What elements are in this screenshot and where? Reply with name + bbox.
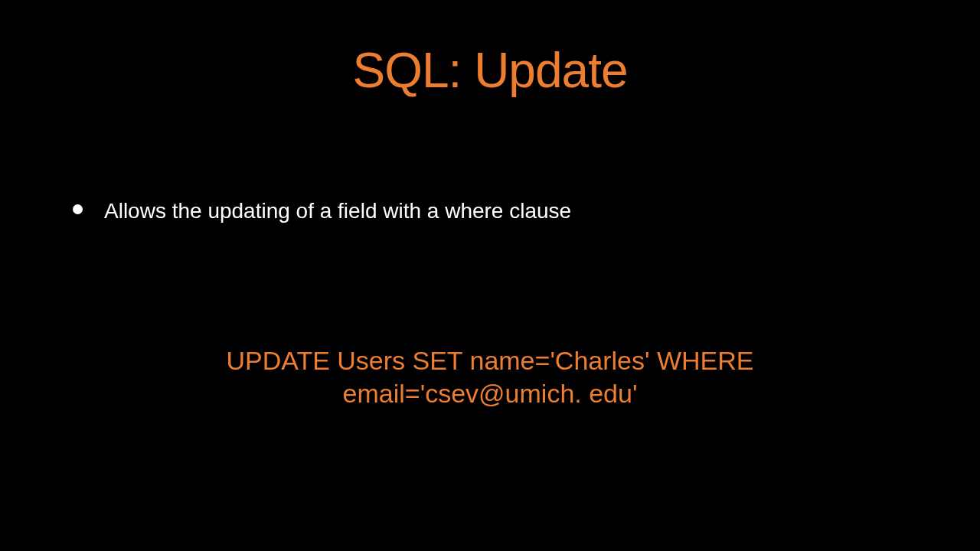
- slide-title: SQL: Update: [0, 0, 980, 99]
- bullet-item: Allows the updating of a field with a wh…: [73, 199, 571, 223]
- code-line-1: UPDATE Users SET name='Charles' WHERE: [0, 344, 980, 377]
- bullet-marker: [73, 204, 83, 214]
- code-example: UPDATE Users SET name='Charles' WHERE em…: [0, 344, 980, 409]
- code-line-2: email='csev@umich. edu': [0, 377, 980, 410]
- bullet-text: Allows the updating of a field with a wh…: [104, 199, 571, 223]
- slide-container: SQL: Update Allows the updating of a fie…: [0, 0, 980, 551]
